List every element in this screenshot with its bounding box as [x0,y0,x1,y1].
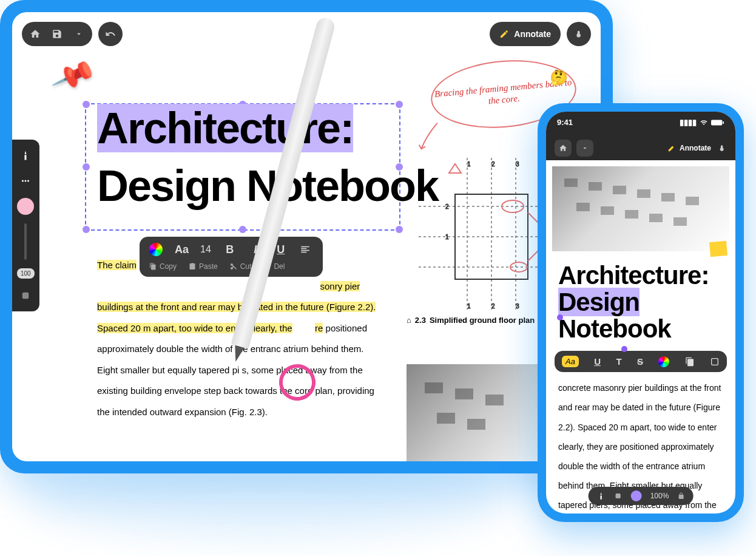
pencil-icon [499,29,509,39]
selection-handle[interactable] [239,226,246,233]
svg-rect-33 [661,193,675,202]
svg-rect-34 [686,197,699,205]
touch-mode-button[interactable] [567,22,591,46]
purple-color-tool[interactable] [631,490,642,501]
pen-tool-rail: 100 [12,140,39,311]
chevron-down-icon[interactable] [576,140,593,157]
annotate-button[interactable]: Annotate [667,144,711,152]
selection-handle[interactable] [83,101,90,108]
svg-text:1: 1 [467,303,471,310]
svg-text:3: 3 [516,161,519,168]
zoom-level[interactable]: 100 [17,268,35,279]
annotate-button[interactable]: Annotate [490,22,561,46]
status-time: 9:41 [557,118,573,127]
bubble-arrow-icon [416,120,442,152]
font-size-value[interactable]: 14 [200,244,211,255]
save-icon[interactable] [50,27,64,41]
svg-text:3: 3 [516,303,519,310]
align-button[interactable] [300,244,313,255]
svg-rect-30 [589,182,602,191]
svg-text:2: 2 [491,161,495,168]
signal-icon: ▮▮▮▮ [680,118,697,127]
pushpin-icon: 📌 [50,52,97,98]
phone-device: 9:41 ▮▮▮▮ [538,103,744,522]
chevron-down-icon[interactable] [72,27,86,41]
svg-point-1 [25,180,27,182]
svg-rect-35 [576,203,590,211]
touch-mode-button[interactable] [717,143,727,153]
copy-icon[interactable] [685,357,695,367]
underline-button[interactable]: U [594,356,601,367]
text-button[interactable]: T [616,356,621,367]
svg-rect-28 [723,121,724,124]
font-family-button[interactable]: Aa [175,243,188,256]
thinking-emoji-icon: 🤔 [549,69,569,87]
nav-pill [22,22,92,46]
pen-tool-icon[interactable] [597,492,606,500]
svg-rect-25 [437,413,455,424]
home-small-icon: ⌂ [407,316,411,325]
zoom-level[interactable]: 100% [650,492,669,500]
svg-text:2: 2 [445,203,449,210]
svg-text:1: 1 [467,161,471,168]
pencil-icon [667,144,676,152]
phone-bottom-toolbar: 100% [589,487,694,505]
more-icon[interactable] [710,357,720,367]
phone-toolbar: Annotate [546,136,735,160]
svg-rect-38 [649,214,663,222]
pen-tool-icon[interactable] [17,147,34,164]
svg-point-0 [22,180,24,182]
svg-rect-29 [564,178,578,187]
svg-rect-24 [485,395,504,405]
sticky-note-icon [709,241,727,257]
svg-point-2 [27,180,29,182]
tablet-toolbar-left [22,22,123,46]
svg-rect-22 [425,382,443,393]
building-photo [552,166,729,251]
home-icon[interactable] [555,140,572,157]
svg-rect-32 [637,189,650,198]
color-picker-icon[interactable] [149,243,163,256]
svg-rect-37 [625,210,638,219]
lock-icon[interactable] [677,492,684,500]
svg-rect-27 [711,120,722,125]
svg-text:2: 2 [491,303,495,310]
undo-button[interactable] [98,22,123,46]
eraser-tool-icon[interactable] [17,287,34,304]
highlight-button[interactable]: Aa [562,356,579,367]
svg-rect-31 [613,186,626,194]
svg-rect-26 [467,419,485,430]
document-subtitle[interactable]: Design Notebook [546,289,735,347]
pink-color-tool[interactable] [17,198,34,215]
phone-format-toolbar: Aa U T S [555,351,727,372]
annotate-label: Annotate [514,29,551,39]
phone-screen: 9:41 ▮▮▮▮ [546,112,735,514]
home-icon[interactable] [28,27,42,41]
svg-rect-23 [455,388,473,399]
tablet-toolbar-right: Annotate [490,22,591,46]
svg-rect-40 [712,358,718,365]
selection-handle[interactable] [396,226,403,233]
rail-divider [24,223,27,260]
color-picker-icon[interactable] [658,356,669,367]
document-title[interactable]: Architecture: [546,257,735,289]
eraser-tool-icon[interactable] [614,492,623,500]
wifi-icon [699,119,709,126]
svg-rect-41 [616,493,621,498]
strikethrough-button[interactable]: S [637,356,643,367]
selection-handle[interactable] [396,101,403,108]
svg-text:1: 1 [445,234,449,240]
svg-rect-39 [673,217,687,226]
svg-rect-36 [601,206,614,215]
battery-icon [711,119,724,126]
bold-button[interactable]: B [223,243,237,256]
svg-rect-3 [22,293,29,299]
dots-tool-icon[interactable] [17,172,34,189]
selection-handle[interactable] [83,163,90,171]
selection-handle[interactable] [83,226,90,233]
